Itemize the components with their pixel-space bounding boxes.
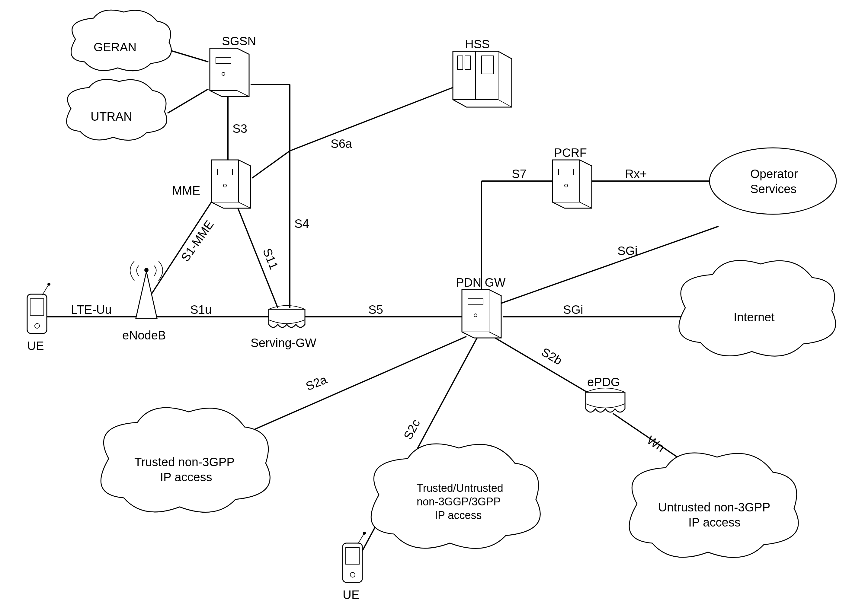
node-enodeb: eNodeB bbox=[122, 261, 166, 342]
node-label-untrusted-2: IP access bbox=[688, 516, 741, 529]
node-label-utran: UTRAN bbox=[91, 110, 132, 123]
node-serving-gw: Serving-GW bbox=[251, 306, 316, 350]
node-label-pdn-gw: PDN GW bbox=[456, 276, 506, 289]
link-label-s5: S5 bbox=[368, 303, 383, 316]
node-trusted-non3gpp: Trusted non-3GPP IP access bbox=[101, 408, 270, 512]
server-icon bbox=[210, 48, 249, 97]
node-label-mixed-2: non-3GGP/3GPP bbox=[417, 495, 501, 508]
node-label-sgsn: SGSN bbox=[222, 34, 256, 48]
link-label-s2c: S2c bbox=[401, 417, 422, 442]
node-label-epdg: ePDG bbox=[587, 375, 620, 388]
svg-line-43 bbox=[358, 534, 364, 544]
svg-line-20 bbox=[167, 89, 208, 113]
node-label-mme: MME bbox=[172, 184, 200, 197]
link-label-s11: S11 bbox=[260, 246, 281, 271]
network-architecture-diagram: LTE-Uu S1u S1-MME S11 S3 S4 S6a S5 S7 Rx… bbox=[0, 0, 868, 611]
link-label-s1u: S1u bbox=[190, 303, 212, 316]
node-label-trusted-2: IP access bbox=[160, 470, 212, 484]
node-label-serving-gw: Serving-GW bbox=[251, 336, 316, 350]
svg-point-34 bbox=[144, 268, 149, 272]
node-label-mixed-1: Trusted/Untrusted bbox=[417, 482, 503, 494]
link-label-s7: S7 bbox=[512, 167, 527, 181]
svg-point-33 bbox=[47, 283, 50, 286]
server-icon bbox=[552, 160, 592, 208]
router-icon bbox=[269, 306, 305, 328]
svg-line-2 bbox=[146, 202, 211, 302]
node-pdn-gw: PDN GW bbox=[456, 276, 506, 338]
router-icon bbox=[586, 388, 625, 412]
node-label-ue1: UE bbox=[27, 339, 44, 353]
svg-line-7 bbox=[252, 151, 290, 178]
link-label-wn: Wn bbox=[645, 433, 667, 455]
node-sgsn: SGSN bbox=[210, 34, 256, 97]
link-label-s2a: S2a bbox=[304, 373, 329, 393]
node-utran: UTRAN bbox=[67, 79, 167, 140]
node-mixed-access: Trusted/Untrusted non-3GGP/3GPP IP acces… bbox=[371, 444, 540, 549]
link-label-rxplus: Rx+ bbox=[625, 167, 647, 181]
node-label-pcrf: PCRF bbox=[554, 146, 587, 159]
svg-line-17 bbox=[495, 338, 587, 392]
handset-icon bbox=[27, 283, 50, 333]
link-label-sgi-upper: SGi bbox=[617, 244, 638, 257]
node-label-enodeb: eNodeB bbox=[122, 329, 166, 342]
node-untrusted-non3gpp: Untrusted non-3GPP IP access bbox=[629, 453, 798, 558]
handset-icon bbox=[343, 532, 366, 582]
node-hss: HSS bbox=[453, 37, 512, 107]
node-mme: MME bbox=[172, 160, 251, 208]
node-operator-services: Operator Services bbox=[710, 148, 836, 214]
node-label-trusted-1: Trusted non-3GPP bbox=[134, 455, 235, 469]
svg-line-8 bbox=[290, 88, 453, 151]
node-label-untrusted-1: Untrusted non-3GPP bbox=[658, 501, 770, 514]
node-ue1: UE bbox=[27, 283, 50, 353]
link-label-s6a: S6a bbox=[330, 137, 352, 150]
node-label-mixed-3: IP access bbox=[435, 509, 482, 521]
link-label-s2b: S2b bbox=[539, 345, 564, 368]
node-label-internet: Internet bbox=[734, 311, 775, 324]
link-label-s4: S4 bbox=[294, 217, 309, 230]
link-label-lte-uu: LTE-Uu bbox=[71, 303, 112, 316]
server-rack-icon bbox=[453, 51, 512, 107]
node-label-geran: GERAN bbox=[94, 40, 136, 54]
antenna-icon bbox=[130, 261, 163, 318]
node-label-hss: HSS bbox=[465, 37, 490, 51]
node-label-opsvc-2: Services bbox=[750, 182, 797, 195]
node-internet: Internet bbox=[679, 260, 836, 356]
svg-point-44 bbox=[363, 532, 366, 535]
node-label-ue2: UE bbox=[343, 588, 360, 601]
node-epdg: ePDG bbox=[586, 375, 625, 412]
link-label-sgi-lower: SGi bbox=[563, 303, 583, 316]
svg-point-39 bbox=[710, 148, 836, 214]
node-pcrf: PCRF bbox=[552, 146, 592, 208]
server-icon bbox=[211, 160, 251, 208]
link-label-s3: S3 bbox=[232, 122, 247, 135]
server-icon bbox=[462, 290, 501, 338]
node-geran: GERAN bbox=[71, 10, 171, 71]
node-label-opsvc-1: Operator bbox=[750, 167, 798, 181]
node-ue2: UE bbox=[343, 532, 366, 601]
svg-line-32 bbox=[42, 285, 48, 295]
